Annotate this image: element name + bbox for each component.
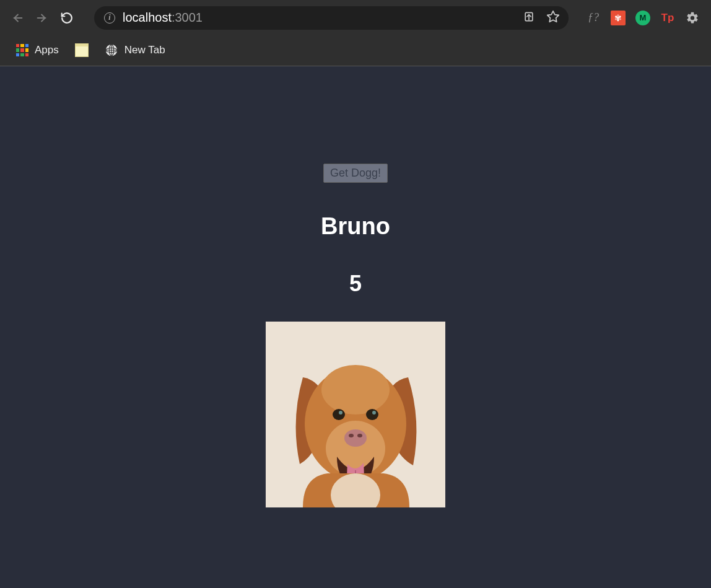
svg-point-13 xyxy=(326,421,385,476)
extension-green-icon[interactable]: M xyxy=(635,11,650,25)
svg-point-15 xyxy=(366,409,378,420)
extension-red-icon[interactable]: ✾ xyxy=(611,11,626,25)
extension-tp-icon[interactable]: Tp xyxy=(660,11,675,25)
url-text: localhost:3001 xyxy=(123,11,203,25)
back-button[interactable] xyxy=(9,9,26,27)
bookmark-star-icon[interactable] xyxy=(546,10,560,26)
browser-toolbar: i localhost:3001 xyxy=(0,0,711,35)
svg-point-16 xyxy=(339,411,342,415)
share-icon[interactable] xyxy=(523,11,535,25)
bookmark-note[interactable] xyxy=(70,41,94,59)
dog-name-heading: Bruno xyxy=(321,213,390,240)
svg-point-17 xyxy=(372,411,376,415)
dog-number-heading: 5 xyxy=(349,271,362,297)
svg-point-18 xyxy=(344,429,367,447)
svg-point-14 xyxy=(333,409,345,420)
get-dogg-button[interactable]: Get Dogg! xyxy=(323,164,388,183)
address-bar-actions xyxy=(523,10,560,26)
extensions-area: ƒ? ✾ M Tp xyxy=(586,11,700,25)
svg-point-12 xyxy=(321,365,390,415)
site-info-icon[interactable]: i xyxy=(104,12,115,24)
browser-chrome: i localhost:3001 xyxy=(0,0,711,66)
svg-marker-4 xyxy=(547,11,559,21)
apps-grid-icon xyxy=(16,44,28,56)
dog-image xyxy=(266,322,445,507)
bookmarks-bar: Apps New Tab xyxy=(0,35,711,65)
address-bar[interactable]: i localhost:3001 xyxy=(94,6,569,30)
bookmark-apps[interactable]: Apps xyxy=(11,42,64,59)
reload-button[interactable] xyxy=(58,9,76,27)
note-icon xyxy=(75,43,89,57)
forward-button[interactable] xyxy=(33,9,51,27)
globe-icon xyxy=(105,43,118,57)
settings-gear-icon[interactable] xyxy=(685,11,700,25)
extension-whatfont-icon[interactable]: ƒ? xyxy=(586,11,601,25)
bookmark-new-tab[interactable]: New Tab xyxy=(100,41,170,59)
page-content: Get Dogg! Bruno 5 xyxy=(0,66,711,588)
svg-point-19 xyxy=(349,434,354,437)
bookmark-apps-label: Apps xyxy=(35,44,59,56)
svg-point-20 xyxy=(357,434,362,437)
url-host: localhost xyxy=(123,11,172,24)
bookmark-newtab-label: New Tab xyxy=(124,44,165,56)
url-port: :3001 xyxy=(172,11,203,24)
